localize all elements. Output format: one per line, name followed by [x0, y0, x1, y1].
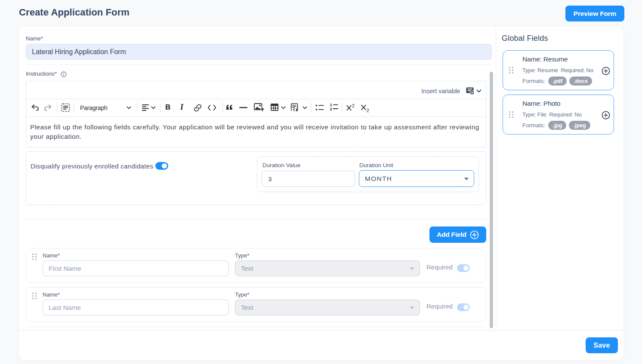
svg-text:2: 2 [330, 107, 332, 111]
svg-text:2: 2 [352, 104, 355, 108]
svg-text:2: 2 [367, 108, 369, 113]
